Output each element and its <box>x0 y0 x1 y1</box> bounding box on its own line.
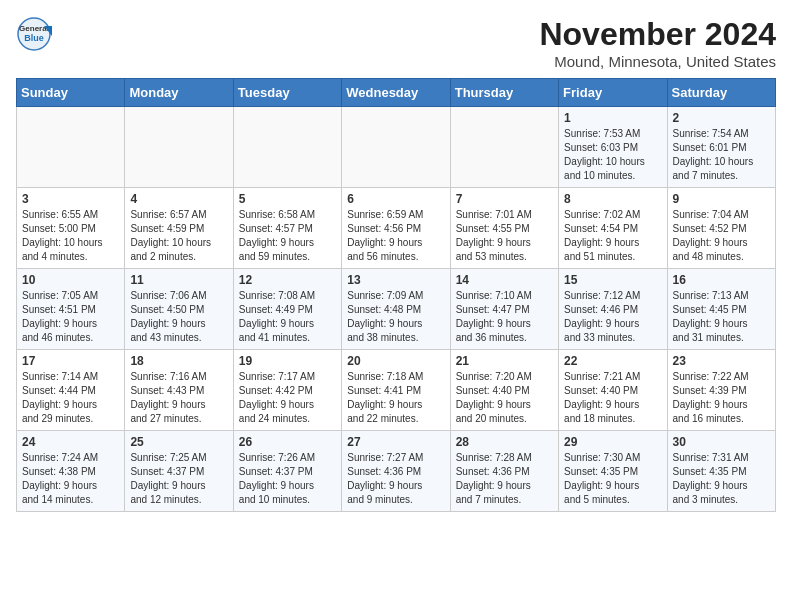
day-number: 28 <box>456 435 553 449</box>
day-number: 14 <box>456 273 553 287</box>
page-header: General Blue November 2024 Mound, Minnes… <box>16 16 776 70</box>
day-number: 1 <box>564 111 661 125</box>
logo: General Blue <box>16 16 56 52</box>
day-number: 7 <box>456 192 553 206</box>
calendar-week-row: 1Sunrise: 7:53 AM Sunset: 6:03 PM Daylig… <box>17 107 776 188</box>
table-row: 19Sunrise: 7:17 AM Sunset: 4:42 PM Dayli… <box>233 350 341 431</box>
table-row: 17Sunrise: 7:14 AM Sunset: 4:44 PM Dayli… <box>17 350 125 431</box>
day-number: 11 <box>130 273 227 287</box>
calendar-week-row: 17Sunrise: 7:14 AM Sunset: 4:44 PM Dayli… <box>17 350 776 431</box>
day-number: 4 <box>130 192 227 206</box>
table-row: 3Sunrise: 6:55 AM Sunset: 5:00 PM Daylig… <box>17 188 125 269</box>
day-number: 6 <box>347 192 444 206</box>
day-number: 12 <box>239 273 336 287</box>
day-number: 22 <box>564 354 661 368</box>
calendar-week-row: 10Sunrise: 7:05 AM Sunset: 4:51 PM Dayli… <box>17 269 776 350</box>
day-info: Sunrise: 7:01 AM Sunset: 4:55 PM Dayligh… <box>456 208 553 264</box>
day-number: 17 <box>22 354 119 368</box>
col-tuesday: Tuesday <box>233 79 341 107</box>
day-info: Sunrise: 7:20 AM Sunset: 4:40 PM Dayligh… <box>456 370 553 426</box>
calendar-header-row: Sunday Monday Tuesday Wednesday Thursday… <box>17 79 776 107</box>
col-monday: Monday <box>125 79 233 107</box>
table-row: 30Sunrise: 7:31 AM Sunset: 4:35 PM Dayli… <box>667 431 775 512</box>
day-number: 18 <box>130 354 227 368</box>
day-info: Sunrise: 7:22 AM Sunset: 4:39 PM Dayligh… <box>673 370 770 426</box>
table-row: 22Sunrise: 7:21 AM Sunset: 4:40 PM Dayli… <box>559 350 667 431</box>
svg-text:Blue: Blue <box>24 33 44 43</box>
day-number: 23 <box>673 354 770 368</box>
day-number: 16 <box>673 273 770 287</box>
day-info: Sunrise: 7:10 AM Sunset: 4:47 PM Dayligh… <box>456 289 553 345</box>
table-row: 29Sunrise: 7:30 AM Sunset: 4:35 PM Dayli… <box>559 431 667 512</box>
day-number: 13 <box>347 273 444 287</box>
day-info: Sunrise: 7:13 AM Sunset: 4:45 PM Dayligh… <box>673 289 770 345</box>
table-row: 28Sunrise: 7:28 AM Sunset: 4:36 PM Dayli… <box>450 431 558 512</box>
table-row: 15Sunrise: 7:12 AM Sunset: 4:46 PM Dayli… <box>559 269 667 350</box>
day-number: 25 <box>130 435 227 449</box>
calendar-table: Sunday Monday Tuesday Wednesday Thursday… <box>16 78 776 512</box>
table-row: 16Sunrise: 7:13 AM Sunset: 4:45 PM Dayli… <box>667 269 775 350</box>
day-number: 26 <box>239 435 336 449</box>
day-info: Sunrise: 6:55 AM Sunset: 5:00 PM Dayligh… <box>22 208 119 264</box>
day-number: 24 <box>22 435 119 449</box>
col-friday: Friday <box>559 79 667 107</box>
day-info: Sunrise: 7:09 AM Sunset: 4:48 PM Dayligh… <box>347 289 444 345</box>
day-info: Sunrise: 7:27 AM Sunset: 4:36 PM Dayligh… <box>347 451 444 507</box>
day-info: Sunrise: 7:04 AM Sunset: 4:52 PM Dayligh… <box>673 208 770 264</box>
day-info: Sunrise: 7:02 AM Sunset: 4:54 PM Dayligh… <box>564 208 661 264</box>
day-info: Sunrise: 7:14 AM Sunset: 4:44 PM Dayligh… <box>22 370 119 426</box>
table-row: 10Sunrise: 7:05 AM Sunset: 4:51 PM Dayli… <box>17 269 125 350</box>
table-row: 2Sunrise: 7:54 AM Sunset: 6:01 PM Daylig… <box>667 107 775 188</box>
calendar-week-row: 24Sunrise: 7:24 AM Sunset: 4:38 PM Dayli… <box>17 431 776 512</box>
day-number: 20 <box>347 354 444 368</box>
table-row: 20Sunrise: 7:18 AM Sunset: 4:41 PM Dayli… <box>342 350 450 431</box>
day-info: Sunrise: 7:05 AM Sunset: 4:51 PM Dayligh… <box>22 289 119 345</box>
day-info: Sunrise: 7:53 AM Sunset: 6:03 PM Dayligh… <box>564 127 661 183</box>
day-number: 19 <box>239 354 336 368</box>
day-info: Sunrise: 7:18 AM Sunset: 4:41 PM Dayligh… <box>347 370 444 426</box>
table-row: 27Sunrise: 7:27 AM Sunset: 4:36 PM Dayli… <box>342 431 450 512</box>
title-block: November 2024 Mound, Minnesota, United S… <box>539 16 776 70</box>
table-row <box>450 107 558 188</box>
day-number: 27 <box>347 435 444 449</box>
day-number: 3 <box>22 192 119 206</box>
table-row: 25Sunrise: 7:25 AM Sunset: 4:37 PM Dayli… <box>125 431 233 512</box>
day-info: Sunrise: 6:58 AM Sunset: 4:57 PM Dayligh… <box>239 208 336 264</box>
table-row: 8Sunrise: 7:02 AM Sunset: 4:54 PM Daylig… <box>559 188 667 269</box>
day-number: 15 <box>564 273 661 287</box>
table-row: 5Sunrise: 6:58 AM Sunset: 4:57 PM Daylig… <box>233 188 341 269</box>
svg-text:General: General <box>19 24 49 33</box>
col-sunday: Sunday <box>17 79 125 107</box>
table-row: 13Sunrise: 7:09 AM Sunset: 4:48 PM Dayli… <box>342 269 450 350</box>
day-info: Sunrise: 7:21 AM Sunset: 4:40 PM Dayligh… <box>564 370 661 426</box>
day-info: Sunrise: 7:28 AM Sunset: 4:36 PM Dayligh… <box>456 451 553 507</box>
day-info: Sunrise: 6:57 AM Sunset: 4:59 PM Dayligh… <box>130 208 227 264</box>
table-row: 4Sunrise: 6:57 AM Sunset: 4:59 PM Daylig… <box>125 188 233 269</box>
calendar-subtitle: Mound, Minnesota, United States <box>539 53 776 70</box>
table-row: 6Sunrise: 6:59 AM Sunset: 4:56 PM Daylig… <box>342 188 450 269</box>
day-info: Sunrise: 6:59 AM Sunset: 4:56 PM Dayligh… <box>347 208 444 264</box>
calendar-title: November 2024 <box>539 16 776 53</box>
col-saturday: Saturday <box>667 79 775 107</box>
day-info: Sunrise: 7:31 AM Sunset: 4:35 PM Dayligh… <box>673 451 770 507</box>
table-row <box>233 107 341 188</box>
table-row: 24Sunrise: 7:24 AM Sunset: 4:38 PM Dayli… <box>17 431 125 512</box>
col-thursday: Thursday <box>450 79 558 107</box>
day-number: 2 <box>673 111 770 125</box>
day-info: Sunrise: 7:12 AM Sunset: 4:46 PM Dayligh… <box>564 289 661 345</box>
day-number: 10 <box>22 273 119 287</box>
table-row: 21Sunrise: 7:20 AM Sunset: 4:40 PM Dayli… <box>450 350 558 431</box>
day-info: Sunrise: 7:54 AM Sunset: 6:01 PM Dayligh… <box>673 127 770 183</box>
table-row: 14Sunrise: 7:10 AM Sunset: 4:47 PM Dayli… <box>450 269 558 350</box>
table-row: 12Sunrise: 7:08 AM Sunset: 4:49 PM Dayli… <box>233 269 341 350</box>
table-row: 23Sunrise: 7:22 AM Sunset: 4:39 PM Dayli… <box>667 350 775 431</box>
table-row: 18Sunrise: 7:16 AM Sunset: 4:43 PM Dayli… <box>125 350 233 431</box>
day-info: Sunrise: 7:17 AM Sunset: 4:42 PM Dayligh… <box>239 370 336 426</box>
table-row: 7Sunrise: 7:01 AM Sunset: 4:55 PM Daylig… <box>450 188 558 269</box>
day-info: Sunrise: 7:26 AM Sunset: 4:37 PM Dayligh… <box>239 451 336 507</box>
day-number: 8 <box>564 192 661 206</box>
day-number: 29 <box>564 435 661 449</box>
day-number: 9 <box>673 192 770 206</box>
table-row: 9Sunrise: 7:04 AM Sunset: 4:52 PM Daylig… <box>667 188 775 269</box>
table-row: 11Sunrise: 7:06 AM Sunset: 4:50 PM Dayli… <box>125 269 233 350</box>
